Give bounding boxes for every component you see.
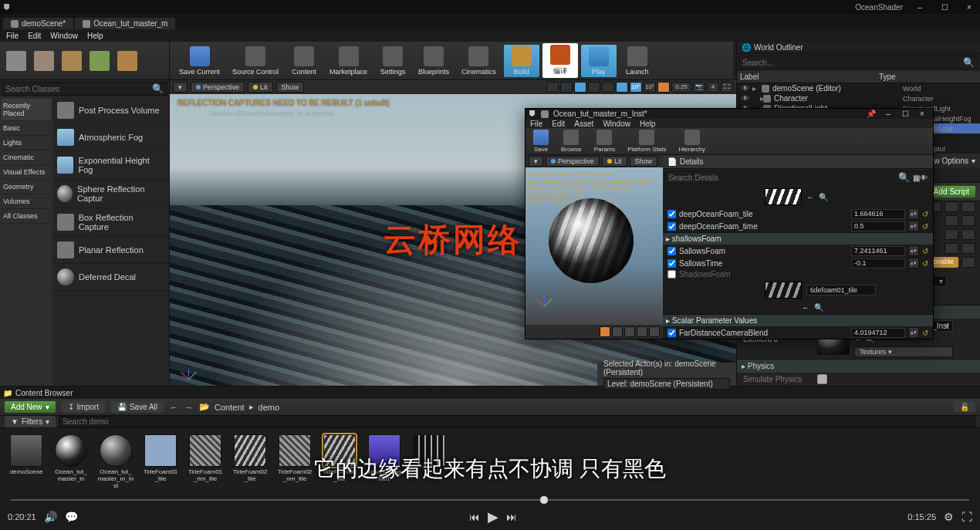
- detail-tool-eye[interactable]: [961, 201, 975, 212]
- mode-geometry-icon[interactable]: [117, 51, 137, 71]
- placer-category[interactable]: Recently Placed: [2, 99, 51, 121]
- simulate-checkbox[interactable]: [817, 374, 827, 384]
- placer-item[interactable]: Exponential Height Fog: [52, 151, 169, 180]
- deep-foam-time-chk[interactable]: [667, 222, 676, 231]
- viewport-show[interactable]: Show: [276, 82, 305, 93]
- content-button[interactable]: Content: [286, 45, 322, 77]
- detail-tool-10[interactable]: [961, 257, 975, 268]
- spinner[interactable]: ▴▾: [908, 327, 919, 338]
- volume-icon[interactable]: 🔊: [44, 511, 57, 523]
- fw-platform[interactable]: Platform Stats: [624, 128, 669, 154]
- subtitle-icon[interactable]: 💬: [65, 511, 78, 523]
- menu-edit[interactable]: Edit: [28, 32, 41, 40]
- shallows-section[interactable]: ▸ shallowsFoam: [663, 232, 933, 245]
- placer-item[interactable]: Planar Reflection: [52, 237, 169, 264]
- shape-plane[interactable]: [624, 326, 635, 337]
- menu-file[interactable]: File: [6, 32, 19, 40]
- cb-lock-button[interactable]: 🔓: [954, 401, 975, 413]
- timeline-track[interactable]: [11, 499, 969, 501]
- placer-search[interactable]: 🔍: [2, 82, 167, 96]
- shape-cylinder[interactable]: [600, 326, 610, 337]
- outliner-search-input[interactable]: [742, 59, 963, 67]
- placer-category[interactable]: Lights: [2, 136, 51, 150]
- menu-window[interactable]: Window: [50, 32, 78, 40]
- tex-back-icon[interactable]: ←: [802, 303, 809, 312]
- details-tab-label[interactable]: Details: [680, 157, 704, 166]
- settings-icon[interactable]: ⚙: [944, 511, 954, 523]
- texture-dropdown[interactable]: tidefoam01_tile: [806, 285, 876, 295]
- placer-search-input[interactable]: [5, 85, 152, 93]
- marketplace-button[interactable]: Marketplace: [325, 45, 372, 77]
- tex-find-icon[interactable]: 🔍: [814, 303, 823, 312]
- spinner[interactable]: ▴▾: [908, 221, 919, 231]
- shape-cube[interactable]: [637, 326, 647, 337]
- filters-button[interactable]: ▼ Filters ▾: [5, 416, 56, 427]
- detail-tool-4[interactable]: [961, 215, 975, 226]
- add-new-button[interactable]: Add New ▾: [5, 401, 56, 413]
- window-minimize[interactable]: –: [912, 3, 928, 12]
- detail-tool-3[interactable]: [945, 215, 958, 226]
- mode-select-icon[interactable]: [6, 51, 26, 71]
- fw-menu-file[interactable]: File: [530, 120, 542, 128]
- tab-demoscene[interactable]: demoScene*: [3, 18, 73, 29]
- textures-button[interactable]: Textures ▾: [854, 346, 953, 357]
- reset-icon[interactable]: ↺: [922, 329, 928, 337]
- blueprints-button[interactable]: Blueprints: [414, 45, 454, 77]
- vp-tool-move[interactable]: [574, 82, 586, 93]
- fw-preview-viewport[interactable]: Base pass shader: 319 instructions Base …: [525, 167, 663, 325]
- placer-item[interactable]: Atmospheric Fog: [52, 124, 169, 151]
- fw-close[interactable]: ×: [914, 110, 930, 118]
- window-maximize[interactable]: ☐: [937, 3, 952, 12]
- fw-perspective[interactable]: Perspective: [546, 156, 600, 167]
- far-dist-val[interactable]: [851, 328, 905, 338]
- play-pause-button[interactable]: ▶: [488, 508, 498, 525]
- vp-tool-2[interactable]: [560, 82, 573, 93]
- swatch-find-icon[interactable]: 🔍: [819, 193, 828, 201]
- vp-angle-snap[interactable]: 10°: [630, 82, 642, 93]
- prev-button[interactable]: ⏮: [469, 511, 480, 523]
- save-button[interactable]: Save Current: [174, 45, 225, 77]
- outliner-row[interactable]: 👁▸demoScene (Editor)World: [737, 83, 980, 93]
- spinner[interactable]: ▴▾: [908, 208, 919, 219]
- reset-icon[interactable]: ↺: [922, 247, 928, 255]
- reset-icon[interactable]: ↺: [922, 259, 928, 268]
- placer-category[interactable]: Volumes: [2, 194, 51, 209]
- swatch-back-icon[interactable]: ←: [806, 193, 814, 201]
- placer-item[interactable]: Box Reflection Capture: [52, 208, 169, 237]
- placer-category[interactable]: Cinematic: [2, 150, 51, 165]
- shape-custom[interactable]: [649, 326, 660, 337]
- sallows-time-chk[interactable]: [667, 259, 676, 268]
- visibility-icon[interactable]: 👁: [742, 84, 749, 93]
- material-instance-window[interactable]: ⛊ Ocean_tut_master_m_Inst* 📌 – ☐ × File …: [525, 108, 934, 339]
- placer-category[interactable]: Geometry: [2, 180, 51, 194]
- sallows-foam-val[interactable]: [851, 246, 905, 256]
- fw-menu-asset[interactable]: Asset: [574, 120, 593, 128]
- breadcrumb[interactable]: 📂 Content ▸ demo: [199, 402, 279, 412]
- nav-back[interactable]: ←: [170, 403, 178, 412]
- placer-item[interactable]: Deferred Decal: [52, 264, 169, 291]
- viewport-lit[interactable]: Lit: [248, 82, 273, 93]
- vp-camera-icon[interactable]: 📷: [693, 82, 705, 93]
- deep-foam-tile-val[interactable]: [851, 209, 905, 219]
- shape-sphere[interactable]: [612, 326, 623, 337]
- fw-details-search-input[interactable]: [668, 174, 898, 182]
- placer-category[interactable]: Visual Effects: [2, 165, 51, 180]
- timeline-handle[interactable]: [539, 495, 549, 505]
- fw-menu-window[interactable]: Window: [603, 120, 630, 128]
- vp-expand[interactable]: ⛶: [721, 82, 733, 93]
- menu-help[interactable]: Help: [87, 32, 103, 40]
- fw-details-search[interactable]: 🔍 ▦ 👁: [664, 170, 931, 184]
- spinner[interactable]: ▴▾: [908, 245, 919, 256]
- mode-foliage-icon[interactable]: [90, 51, 110, 71]
- sallows-time-val[interactable]: [851, 258, 905, 268]
- far-dist-chk[interactable]: [667, 329, 676, 337]
- fw-show[interactable]: Show: [630, 156, 658, 167]
- path-content[interactable]: Content: [215, 403, 245, 412]
- vp-grid-snap[interactable]: [616, 82, 628, 93]
- scalar-section[interactable]: ▸ Scalar Parameter Values: [663, 314, 933, 326]
- tab-ocean-material[interactable]: Ocean_tut_master_m: [75, 18, 175, 29]
- path-demo[interactable]: demo: [259, 403, 280, 412]
- vp-angle-value[interactable]: 10°: [644, 82, 656, 93]
- col-label[interactable]: Label: [737, 73, 876, 81]
- placer-item[interactable]: Post Process Volume: [52, 97, 169, 124]
